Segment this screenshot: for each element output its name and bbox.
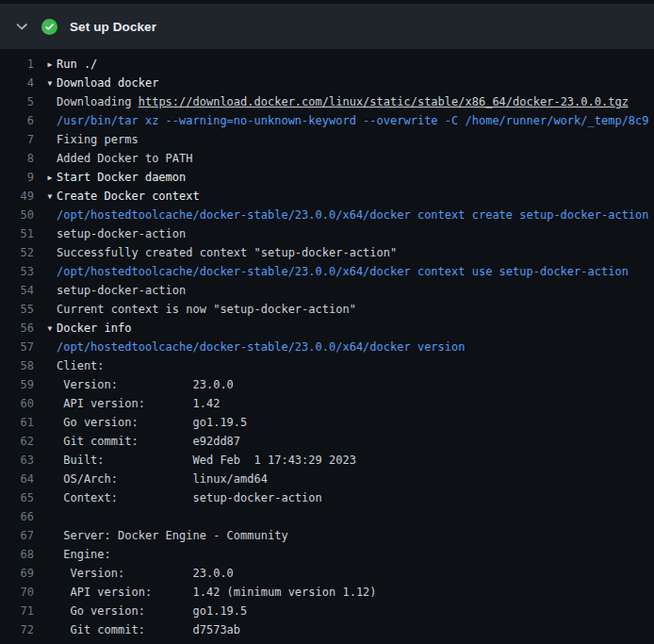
log-line: 66 [0,507,654,526]
log-text: Version: 23.0.0 [57,378,234,391]
log-line[interactable]: 1 ▶ Run ./ [0,55,654,74]
line-number[interactable]: 70 [0,586,34,599]
line-number[interactable]: 64 [0,472,34,486]
log-text: Successfully created context "setup-dock… [57,246,397,259]
line-number[interactable]: 56 [0,322,34,335]
log-line: 59 Version: 23.0.0 [0,375,654,394]
line-number[interactable]: 54 [0,284,34,297]
log-text: Go version: go1.19.5 [57,416,247,429]
line-number[interactable]: 72 [0,623,34,636]
chevron-down-icon[interactable]: ▼ [43,79,57,88]
log-text: Current context is now "setup-docker-act… [57,303,356,316]
log-text: Downloading https://download.docker.com/… [57,95,629,108]
log-text: /usr/bin/tar xz --warning=no-unknown-key… [57,114,649,127]
line-number[interactable]: 6 [0,114,34,127]
log-text: Added Docker to PATH [57,152,193,165]
log-text: Git commit: d7573ab [57,623,240,636]
line-number[interactable]: 62 [0,435,34,448]
line-number[interactable]: 49 [0,190,34,203]
log-line: 72 Git commit: d7573ab [0,620,654,639]
log-line: 71 Go version: go1.19.5 [0,602,654,620]
log-line[interactable]: 49 ▼ Create Docker context [0,187,654,206]
chevron-down-icon[interactable] [14,19,29,34]
log-line[interactable]: 56 ▼ Docker info [0,319,654,338]
line-number[interactable]: 66 [0,510,34,523]
line-number[interactable]: 8 [0,152,34,165]
step-title: Set up Docker [70,20,156,34]
log-line: 67 Server: Docker Engine - Community [0,526,654,545]
log-text: Client: [57,359,105,372]
log-line: 52 Successfully created context "setup-d… [0,243,654,262]
log-text: Built: Wed Feb 1 17:43:29 2023 [57,454,356,467]
log-line: 58 Client: [0,356,654,375]
step-header[interactable]: Set up Docker [0,4,654,49]
line-number[interactable]: 67 [0,529,34,542]
log-link[interactable]: https://download.docker.com/linux/static… [139,95,629,108]
log-text: Docker info [57,322,131,335]
chevron-down-icon[interactable]: ▼ [43,324,57,333]
line-number[interactable]: 55 [0,303,34,316]
line-number[interactable]: 5 [0,95,34,108]
log-text: Fixing perms [57,133,139,146]
log-line: 8 Added Docker to PATH [0,149,654,168]
line-number[interactable]: 68 [0,548,34,561]
log-text: API version: 1.42 [57,397,220,410]
chevron-down-icon[interactable]: ▼ [43,192,57,201]
check-circle-icon [41,19,57,35]
log-line: 63 Built: Wed Feb 1 17:43:29 2023 [0,451,654,470]
log-line: 5 Downloading https://download.docker.co… [0,92,654,111]
log-text: Context: setup-docker-action [57,491,322,504]
chevron-right-icon[interactable]: ▶ [43,60,57,69]
line-number[interactable]: 61 [0,416,34,429]
log-line: 7 Fixing perms [0,130,654,149]
line-number[interactable]: 1 [0,58,34,71]
log-text: setup-docker-action [57,227,186,240]
chevron-right-icon[interactable]: ▶ [43,173,57,182]
log-line: 54 setup-docker-action [0,281,654,300]
line-number[interactable]: 50 [0,208,34,222]
log-text: Download docker [57,76,158,90]
line-number[interactable]: 51 [0,227,34,240]
log-line: 61 Go version: go1.19.5 [0,413,654,432]
log-text: /opt/hostedtoolcache/docker-stable/23.0.… [57,208,649,222]
log-line: 64 OS/Arch: linux/amd64 [0,470,654,488]
line-number[interactable]: 63 [0,454,34,467]
log-text: OS/Arch: linux/amd64 [57,472,268,486]
log-line: 51 setup-docker-action [0,224,654,243]
log-line: 55 Current context is now "setup-docker-… [0,300,654,319]
log-text: API version: 1.42 (minimum version 1.12) [57,586,377,599]
log-line[interactable]: 9 ▶ Start Docker daemon [0,168,654,187]
log-text: /opt/hostedtoolcache/docker-stable/23.0.… [57,265,629,278]
log-line: 57 /opt/hostedtoolcache/docker-stable/23… [0,338,654,356]
log-text: Start Docker daemon [57,171,186,184]
log-line: 62 Git commit: e92dd87 [0,432,654,451]
log-line: 53 /opt/hostedtoolcache/docker-stable/23… [0,262,654,281]
log-line: 50 /opt/hostedtoolcache/docker-stable/23… [0,206,654,224]
log-text: setup-docker-action [57,284,186,297]
line-number[interactable]: 59 [0,378,34,391]
log-viewer: 1 ▶ Run ./ 4 ▼ Download docker 5 Downloa… [0,49,654,639]
line-number[interactable]: 60 [0,397,34,410]
line-number[interactable]: 7 [0,133,34,146]
log-line: 70 API version: 1.42 (minimum version 1.… [0,583,654,602]
log-text: Run ./ [57,58,97,71]
log-text: Go version: go1.19.5 [57,604,247,618]
log-line: 65 Context: setup-docker-action [0,488,654,507]
log-text: Server: Docker Engine - Community [57,529,288,542]
line-number[interactable]: 57 [0,340,34,354]
line-number[interactable]: 58 [0,359,34,372]
log-line: 60 API version: 1.42 [0,394,654,413]
line-number[interactable]: 53 [0,265,34,278]
log-line: 6 /usr/bin/tar xz --warning=no-unknown-k… [0,111,654,130]
log-line: 68 Engine: [0,545,654,564]
line-number[interactable]: 9 [0,171,34,184]
line-number[interactable]: 71 [0,604,34,618]
line-number[interactable]: 69 [0,567,34,580]
log-text: Create Docker context [57,190,200,203]
log-text: Version: 23.0.0 [57,567,234,580]
log-text: Engine: [57,548,111,561]
line-number[interactable]: 4 [0,76,34,90]
line-number[interactable]: 65 [0,491,34,504]
log-line[interactable]: 4 ▼ Download docker [0,74,654,92]
line-number[interactable]: 52 [0,246,34,259]
